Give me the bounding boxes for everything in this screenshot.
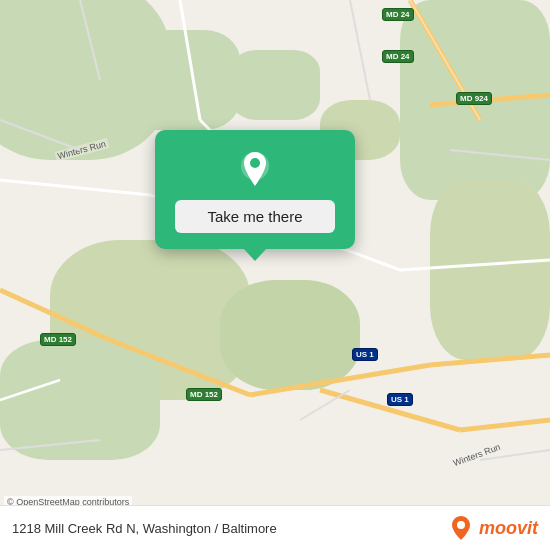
moovit-logo: moovit bbox=[447, 514, 538, 542]
shield-md152-left: MD 152 bbox=[40, 333, 76, 346]
svg-line-6 bbox=[430, 355, 550, 365]
svg-line-11 bbox=[0, 180, 150, 195]
map-container: Winters Run Winters Run MD 24 MD 24 MD 9… bbox=[0, 0, 550, 550]
moovit-brand-text: moovit bbox=[479, 518, 538, 539]
shield-md24-top: MD 24 bbox=[382, 8, 414, 21]
moovit-pin-icon bbox=[447, 514, 475, 542]
bottom-bar: 1218 Mill Creek Rd N, Washington / Balti… bbox=[0, 505, 550, 550]
svg-line-8 bbox=[460, 420, 550, 430]
svg-line-16 bbox=[0, 120, 80, 150]
shield-us1-mid: US 1 bbox=[352, 348, 378, 361]
svg-line-17 bbox=[350, 0, 370, 100]
svg-line-5 bbox=[250, 365, 430, 395]
roads-svg bbox=[0, 0, 550, 550]
svg-line-19 bbox=[0, 380, 60, 400]
popup-card: Take me there bbox=[155, 130, 355, 249]
svg-line-15 bbox=[80, 0, 100, 80]
location-pin-icon bbox=[234, 148, 276, 190]
shield-md152-bottom: MD 152 bbox=[186, 388, 222, 401]
svg-line-18 bbox=[450, 150, 550, 160]
svg-line-14 bbox=[400, 260, 550, 270]
shield-us1-bottom: US 1 bbox=[387, 393, 413, 406]
svg-line-9 bbox=[180, 0, 200, 120]
svg-line-20 bbox=[0, 440, 100, 450]
take-me-there-button[interactable]: Take me there bbox=[175, 200, 335, 233]
svg-point-25 bbox=[457, 521, 465, 529]
shield-md24-mid: MD 24 bbox=[382, 50, 414, 63]
svg-line-22 bbox=[480, 450, 550, 460]
shield-md924: MD 924 bbox=[456, 92, 492, 105]
svg-line-21 bbox=[300, 390, 350, 420]
svg-point-24 bbox=[250, 158, 260, 168]
address-text: 1218 Mill Creek Rd N, Washington / Balti… bbox=[12, 521, 277, 536]
svg-line-4 bbox=[110, 340, 250, 395]
